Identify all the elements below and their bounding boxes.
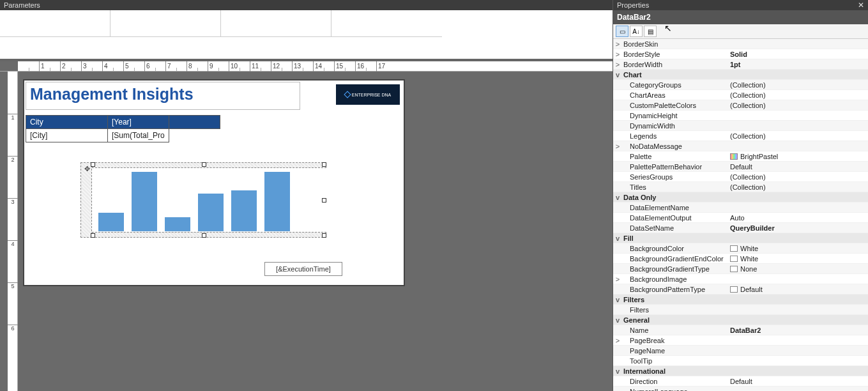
property-row[interactable]: Legends(Collection)	[613, 131, 868, 141]
property-value[interactable]: (Collection)	[727, 183, 868, 191]
property-row[interactable]: >BorderWidth1pt	[613, 59, 868, 70]
property-value[interactable]: White	[727, 255, 868, 263]
chart-bar[interactable]	[198, 194, 224, 231]
property-row[interactable]: PageName	[613, 346, 868, 356]
expand-toggle-icon[interactable]: >	[613, 61, 622, 68]
table-header[interactable]: [Year]	[108, 116, 169, 129]
property-row[interactable]: >BorderSkin	[613, 39, 868, 49]
property-value[interactable]: (Collection)	[727, 173, 868, 181]
expand-toggle-icon[interactable]: >	[613, 337, 622, 344]
property-row[interactable]: DataElementOutputAuto	[613, 213, 868, 223]
chart-bar[interactable]	[264, 172, 290, 231]
property-value[interactable]: Solid	[727, 50, 868, 58]
expand-toggle-icon[interactable]: >	[613, 142, 622, 150]
property-value[interactable]: White	[727, 245, 868, 252]
property-value[interactable]: None	[727, 265, 868, 273]
parameter-cell[interactable]	[221, 10, 331, 37]
property-category[interactable]: vChart	[613, 70, 868, 80]
report-body[interactable]: Management Insights ENTERPRISE DNA City …	[24, 80, 404, 285]
resize-handle[interactable]	[202, 233, 206, 238]
resize-handle[interactable]	[322, 198, 326, 203]
expand-toggle-icon[interactable]: v	[613, 367, 622, 375]
expand-toggle-icon[interactable]: v	[613, 316, 622, 324]
categorized-view-button[interactable]: ▭	[616, 26, 628, 37]
property-row[interactable]: DataElementName	[613, 203, 868, 213]
property-row[interactable]: ChartAreas(Collection)	[613, 90, 868, 100]
expand-toggle-icon[interactable]: v	[613, 71, 622, 79]
design-canvas[interactable]: Management Insights ENTERPRISE DNA City …	[18, 72, 613, 391]
property-row[interactable]: PalettePatternBehaviorDefault	[613, 162, 868, 172]
properties-grid[interactable]: >BorderSkin>BorderStyleSolid>BorderWidth…	[613, 39, 868, 391]
chart-bar[interactable]	[132, 172, 157, 231]
parameter-cell[interactable]	[331, 10, 442, 37]
property-value[interactable]: (Collection)	[727, 91, 868, 99]
property-row[interactable]: BackgroundColorWhite	[613, 243, 868, 254]
chart-plot-area[interactable]	[95, 169, 324, 231]
logo-box[interactable]: ENTERPRISE DNA	[336, 84, 400, 105]
table-cell[interactable]: [City]	[26, 129, 108, 142]
parameter-cell[interactable]	[0, 10, 110, 37]
expand-toggle-icon[interactable]: v	[613, 194, 622, 201]
property-value[interactable]: Default	[727, 378, 868, 385]
resize-handle[interactable]	[91, 233, 95, 238]
property-row[interactable]: >PageBreak	[613, 335, 868, 346]
property-row[interactable]: CustomPaletteColors(Collection)	[613, 100, 868, 111]
property-row[interactable]: >NoDataMessage	[613, 141, 868, 151]
table-header[interactable]	[169, 116, 220, 129]
property-row[interactable]: SeriesGroups(Collection)	[613, 172, 868, 182]
property-row[interactable]: DirectionDefault	[613, 376, 868, 387]
table-cell[interactable]: [Sum(Total_Pro	[108, 129, 169, 142]
property-value[interactable]: 1pt	[727, 61, 868, 68]
expand-toggle-icon[interactable]: v	[613, 296, 622, 303]
table-header[interactable]: City	[26, 116, 108, 129]
property-row[interactable]: BackgroundPatternTypeDefault	[613, 284, 868, 295]
execution-time-box[interactable]: [&ExecutionTime]	[264, 262, 342, 276]
property-row[interactable]: BackgroundGradientTypeNone	[613, 264, 868, 274]
close-icon[interactable]: ✕	[858, 1, 864, 10]
property-value[interactable]: Default	[727, 163, 868, 171]
property-row[interactable]: DataSetNameQueryBuilder	[613, 223, 868, 233]
property-category[interactable]: vGeneral	[613, 315, 868, 325]
resize-handle[interactable]	[202, 162, 206, 167]
property-row[interactable]: PaletteBrightPastel	[613, 151, 868, 162]
property-row[interactable]: >BorderStyleSolid	[613, 49, 868, 59]
property-category[interactable]: vFill	[613, 233, 868, 243]
property-row[interactable]: CategoryGroups(Collection)	[613, 80, 868, 90]
property-value[interactable]: (Collection)	[727, 132, 868, 140]
property-row[interactable]: >BackgroundImage	[613, 274, 868, 284]
chart-bar[interactable]	[231, 190, 257, 231]
resize-handle[interactable]	[91, 162, 95, 167]
expand-toggle-icon[interactable]: v	[613, 234, 622, 242]
property-row[interactable]: Titles(Collection)	[613, 182, 868, 192]
resize-handle[interactable]	[322, 233, 326, 238]
property-row[interactable]: DynamicHeight	[613, 111, 868, 121]
property-value[interactable]: (Collection)	[727, 102, 868, 109]
property-row[interactable]: DynamicWidth	[613, 121, 868, 131]
databar-chart-selected[interactable]: ✥	[83, 165, 324, 235]
property-row[interactable]: ToolTip	[613, 356, 868, 366]
property-value[interactable]: Auto	[727, 214, 868, 222]
expand-toggle-icon[interactable]: >	[613, 40, 622, 48]
property-category[interactable]: vInternational	[613, 366, 868, 376]
property-category[interactable]: vFilters	[613, 295, 868, 305]
expand-toggle-icon[interactable]: >	[613, 50, 622, 58]
property-row[interactable]: Filters	[613, 305, 868, 315]
property-value[interactable]: QueryBuilder	[727, 224, 868, 232]
property-category[interactable]: vData Only	[613, 192, 868, 203]
parameter-cell[interactable]	[110, 10, 221, 37]
chart-bar[interactable]	[165, 217, 190, 231]
property-row[interactable]: NameDataBar2	[613, 325, 868, 335]
properties-selected-object[interactable]: DataBar2	[613, 10, 868, 24]
property-pages-button[interactable]: ▤	[644, 26, 657, 37]
resize-handle[interactable]	[322, 162, 326, 167]
property-value[interactable]: (Collection)	[727, 81, 868, 89]
property-value[interactable]: Default	[727, 286, 868, 293]
property-value[interactable]: DataBar2	[727, 326, 868, 334]
property-row[interactable]: NumeralLanguage	[613, 387, 868, 391]
property-value[interactable]: BrightPastel	[727, 153, 868, 160]
parameters-body[interactable]	[0, 10, 613, 59]
report-title-box[interactable]: Management Insights	[26, 82, 300, 110]
report-table[interactable]: City [Year] [City] [Sum(Total_Pro	[26, 115, 220, 142]
alphabetical-view-button[interactable]: A↓	[630, 26, 643, 37]
expand-toggle-icon[interactable]: >	[613, 275, 622, 283]
